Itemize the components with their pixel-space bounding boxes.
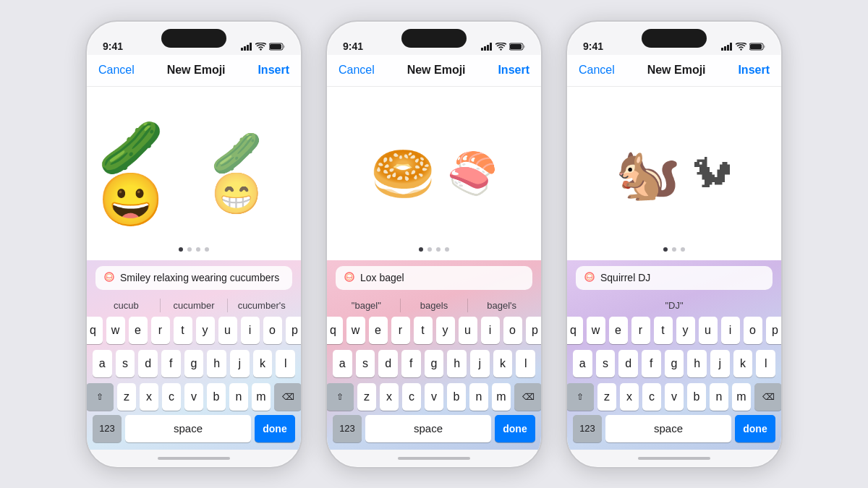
- key-u-2[interactable]: u: [459, 317, 477, 344]
- key-d-3[interactable]: d: [618, 350, 638, 377]
- shift-key-1[interactable]: ⇧: [86, 383, 114, 411]
- key-x-3[interactable]: x: [620, 383, 639, 411]
- key-m-3[interactable]: m: [732, 383, 751, 411]
- search-field-2[interactable]: Lox bagel: [336, 266, 532, 290]
- key-r-2[interactable]: r: [391, 317, 410, 344]
- space-key-2[interactable]: space: [365, 415, 491, 442]
- key-n-2[interactable]: n: [469, 383, 488, 411]
- delete-key-1[interactable]: ⌫: [274, 383, 302, 411]
- cancel-button-1[interactable]: Cancel: [98, 64, 135, 77]
- key-v-2[interactable]: v: [425, 383, 443, 411]
- key-z-3[interactable]: z: [597, 383, 616, 411]
- emoji-secondary-2[interactable]: 🍣: [447, 153, 498, 194]
- key-h-2[interactable]: h: [447, 350, 467, 377]
- key-j-1[interactable]: j: [230, 350, 250, 377]
- key-d-1[interactable]: d: [138, 350, 158, 377]
- autocomplete-item-3-1[interactable]: "DJ": [573, 299, 775, 312]
- key-z-1[interactable]: z: [117, 383, 136, 411]
- key-u-3[interactable]: u: [699, 317, 718, 344]
- key-a-1[interactable]: a: [93, 350, 112, 377]
- key-x-1[interactable]: x: [140, 383, 158, 411]
- insert-button-3[interactable]: Insert: [738, 64, 770, 77]
- key-v-1[interactable]: v: [184, 383, 203, 411]
- key-e-1[interactable]: e: [129, 317, 148, 344]
- key-c-2[interactable]: c: [402, 383, 421, 411]
- key-b-2[interactable]: b: [447, 383, 466, 411]
- key-m-1[interactable]: m: [252, 383, 271, 411]
- key-e-2[interactable]: e: [369, 317, 388, 344]
- key-k-1[interactable]: k: [253, 350, 273, 377]
- key-v-3[interactable]: v: [665, 383, 684, 411]
- emoji-secondary-3[interactable]: 🐿: [692, 153, 733, 194]
- key-y-1[interactable]: y: [196, 317, 215, 344]
- key-g-1[interactable]: g: [184, 350, 204, 377]
- autocomplete-item-1-1[interactable]: cucub: [93, 299, 161, 312]
- key-a-2[interactable]: a: [333, 350, 352, 377]
- key-h-3[interactable]: h: [687, 350, 707, 377]
- key-x-2[interactable]: x: [380, 383, 399, 411]
- key-k-2[interactable]: k: [493, 350, 513, 377]
- key-f-2[interactable]: f: [401, 350, 421, 377]
- key-i-2[interactable]: i: [481, 317, 500, 344]
- key-i-3[interactable]: i: [721, 317, 740, 344]
- key-m-2[interactable]: m: [492, 383, 511, 411]
- num-key-1[interactable]: 123: [93, 415, 122, 442]
- key-o-3[interactable]: o: [744, 317, 762, 344]
- key-l-2[interactable]: l: [516, 350, 535, 377]
- space-key-1[interactable]: space: [125, 415, 251, 442]
- key-s-2[interactable]: s: [356, 350, 375, 377]
- key-c-1[interactable]: c: [162, 383, 181, 411]
- emoji-main-3[interactable]: 🐿️: [616, 147, 681, 200]
- num-key-2[interactable]: 123: [333, 415, 362, 442]
- autocomplete-item-2-1[interactable]: "bagel": [333, 299, 401, 312]
- key-j-3[interactable]: j: [710, 350, 730, 377]
- autocomplete-item-2-3[interactable]: bagel's: [468, 299, 535, 312]
- shift-key-2[interactable]: ⇧: [326, 383, 354, 411]
- key-w-1[interactable]: w: [106, 317, 125, 344]
- insert-button-1[interactable]: Insert: [258, 64, 289, 77]
- key-u-1[interactable]: u: [218, 317, 237, 344]
- key-e-3[interactable]: e: [609, 317, 628, 344]
- key-i-1[interactable]: i: [241, 317, 260, 344]
- key-l-3[interactable]: l: [756, 350, 775, 377]
- space-key-3[interactable]: space: [605, 415, 731, 442]
- key-q-3[interactable]: q: [566, 317, 583, 344]
- key-s-3[interactable]: s: [596, 350, 616, 377]
- cancel-button-2[interactable]: Cancel: [339, 64, 375, 77]
- key-y-2[interactable]: y: [436, 317, 455, 344]
- key-c-3[interactable]: c: [642, 383, 661, 411]
- done-key-3[interactable]: done: [735, 415, 775, 442]
- key-q-1[interactable]: q: [85, 317, 103, 344]
- key-n-3[interactable]: n: [710, 383, 728, 411]
- key-r-1[interactable]: r: [151, 317, 170, 344]
- key-p-3[interactable]: p: [766, 317, 783, 344]
- key-p-2[interactable]: p: [526, 317, 543, 344]
- key-h-1[interactable]: h: [207, 350, 226, 377]
- key-t-3[interactable]: t: [654, 317, 673, 344]
- key-y-3[interactable]: y: [676, 317, 695, 344]
- autocomplete-item-1-2[interactable]: cucumber: [161, 299, 229, 312]
- key-b-1[interactable]: b: [207, 383, 226, 411]
- insert-button-2[interactable]: Insert: [498, 64, 529, 77]
- key-o-1[interactable]: o: [263, 317, 282, 344]
- emoji-secondary-1[interactable]: 🥒😁: [211, 133, 290, 214]
- key-q-2[interactable]: q: [326, 317, 343, 344]
- key-w-3[interactable]: w: [587, 317, 605, 344]
- key-g-2[interactable]: g: [425, 350, 444, 377]
- key-z-2[interactable]: z: [357, 383, 376, 411]
- num-key-3[interactable]: 123: [573, 415, 602, 442]
- emoji-main-2[interactable]: 🥯: [370, 147, 435, 200]
- key-a-3[interactable]: a: [573, 350, 592, 377]
- key-s-1[interactable]: s: [116, 350, 135, 377]
- key-n-1[interactable]: n: [229, 383, 248, 411]
- key-b-3[interactable]: b: [687, 383, 706, 411]
- autocomplete-item-2-2[interactable]: bagels: [401, 299, 469, 312]
- delete-key-2[interactable]: ⌫: [514, 383, 542, 411]
- search-field-1[interactable]: Smiley relaxing wearing cucumbers: [95, 266, 292, 290]
- done-key-2[interactable]: done: [495, 415, 535, 442]
- key-k-3[interactable]: k: [733, 350, 753, 377]
- key-t-1[interactable]: t: [174, 317, 192, 344]
- cancel-button-3[interactable]: Cancel: [579, 64, 615, 77]
- key-w-2[interactable]: w: [346, 317, 365, 344]
- key-f-1[interactable]: f: [161, 350, 181, 377]
